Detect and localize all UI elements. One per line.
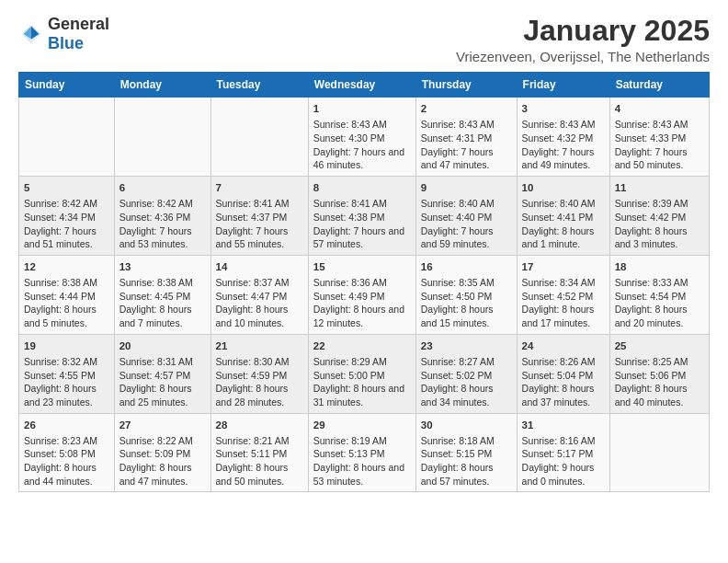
day-info: Daylight: 8 hours and 5 minutes. [24, 303, 109, 329]
day-info: Daylight: 7 hours and 55 minutes. [216, 224, 303, 251]
calendar-cell: 24Sunrise: 8:26 AMSunset: 5:04 PMDayligh… [517, 334, 609, 413]
day-number: 3 [522, 101, 605, 116]
calendar-cell: 15Sunrise: 8:36 AMSunset: 4:49 PMDayligh… [308, 255, 415, 334]
calendar-cell: 17Sunrise: 8:34 AMSunset: 4:52 PMDayligh… [517, 255, 609, 334]
calendar-week-5: 26Sunrise: 8:23 AMSunset: 5:08 PMDayligh… [19, 413, 710, 492]
calendar-table: Sunday Monday Tuesday Wednesday Thursday… [18, 72, 710, 492]
day-info: Sunrise: 8:27 AM [421, 355, 512, 369]
calendar-cell: 22Sunrise: 8:29 AMSunset: 5:00 PMDayligh… [308, 334, 415, 413]
logo-text: General Blue [48, 15, 109, 53]
day-number: 26 [24, 418, 109, 432]
day-info: Sunrise: 8:38 AM [119, 276, 206, 290]
day-info: Daylight: 8 hours and 57 minutes. [421, 461, 512, 488]
header-tuesday: Tuesday [210, 73, 308, 98]
calendar-cell: 11Sunrise: 8:39 AMSunset: 4:42 PMDayligh… [609, 177, 709, 256]
day-info: Daylight: 7 hours and 46 minutes. [313, 145, 411, 172]
day-number: 12 [24, 259, 109, 274]
day-info: Daylight: 7 hours and 50 minutes. [615, 145, 704, 172]
calendar-cell: 19Sunrise: 8:32 AMSunset: 4:55 PMDayligh… [19, 334, 115, 413]
day-number: 11 [615, 180, 704, 195]
calendar-cell: 25Sunrise: 8:25 AMSunset: 5:06 PMDayligh… [609, 334, 709, 413]
day-info: Daylight: 8 hours and 37 minutes. [522, 382, 605, 408]
logo-icon [18, 21, 44, 47]
calendar-cell: 27Sunrise: 8:22 AMSunset: 5:09 PMDayligh… [114, 413, 210, 492]
day-info: Sunrise: 8:16 AM [522, 434, 605, 448]
day-info: Daylight: 8 hours and 50 minutes. [216, 461, 303, 488]
day-info: Sunrise: 8:31 AM [119, 355, 206, 369]
day-info: Daylight: 8 hours and 40 minutes. [615, 382, 704, 408]
day-number: 31 [522, 418, 605, 432]
calendar-cell [609, 413, 709, 492]
calendar-cell: 18Sunrise: 8:33 AMSunset: 4:54 PMDayligh… [609, 255, 709, 334]
day-info: Sunrise: 8:18 AM [421, 434, 512, 448]
day-number: 14 [216, 259, 303, 274]
day-info: Sunset: 4:34 PM [24, 211, 109, 224]
day-info: Daylight: 8 hours and 17 minutes. [522, 303, 605, 329]
header-sunday: Sunday [19, 73, 115, 98]
day-info: Daylight: 8 hours and 28 minutes. [216, 382, 303, 408]
calendar-cell [19, 98, 115, 177]
day-info: Sunset: 5:17 PM [522, 447, 605, 461]
calendar-cell: 30Sunrise: 8:18 AMSunset: 5:15 PMDayligh… [415, 413, 517, 492]
title-block: January 2025 Vriezenveen, Overijssel, Th… [456, 15, 710, 64]
day-info: Sunrise: 8:22 AM [119, 434, 206, 448]
calendar-week-1: 1Sunrise: 8:43 AMSunset: 4:30 PMDaylight… [19, 98, 710, 177]
day-number: 6 [119, 180, 206, 195]
day-info: Sunset: 4:50 PM [421, 290, 512, 304]
calendar-cell: 4Sunrise: 8:43 AMSunset: 4:33 PMDaylight… [609, 98, 709, 177]
calendar-cell: 2Sunrise: 8:43 AMSunset: 4:31 PMDaylight… [415, 98, 517, 177]
day-info: Sunset: 4:40 PM [421, 211, 512, 224]
day-info: Daylight: 8 hours and 25 minutes. [119, 382, 206, 408]
day-number: 1 [313, 101, 411, 116]
calendar-cell: 12Sunrise: 8:38 AMSunset: 4:44 PMDayligh… [19, 255, 115, 334]
day-number: 8 [313, 180, 411, 195]
day-number: 7 [216, 180, 303, 195]
calendar-cell: 10Sunrise: 8:40 AMSunset: 4:41 PMDayligh… [517, 177, 609, 256]
day-info: Sunrise: 8:43 AM [615, 118, 704, 132]
day-info: Sunset: 4:49 PM [313, 290, 411, 304]
day-info: Sunset: 5:11 PM [216, 447, 303, 461]
day-number: 4 [615, 101, 704, 116]
day-info: Sunset: 4:38 PM [313, 211, 411, 224]
day-info: Sunrise: 8:30 AM [216, 355, 303, 369]
day-info: Sunrise: 8:42 AM [24, 197, 109, 211]
day-info: Daylight: 8 hours and 12 minutes. [313, 303, 411, 329]
calendar-cell: 1Sunrise: 8:43 AMSunset: 4:30 PMDaylight… [308, 98, 415, 177]
day-info: Sunrise: 8:38 AM [24, 276, 109, 290]
day-info: Sunrise: 8:41 AM [313, 197, 411, 211]
day-info: Sunrise: 8:40 AM [421, 197, 512, 211]
calendar-cell: 6Sunrise: 8:42 AMSunset: 4:36 PMDaylight… [114, 177, 210, 256]
day-info: Daylight: 7 hours and 49 minutes. [522, 145, 605, 172]
day-info: Daylight: 8 hours and 47 minutes. [119, 461, 206, 488]
calendar-cell [210, 98, 308, 177]
day-info: Sunrise: 8:21 AM [216, 434, 303, 448]
calendar-cell: 20Sunrise: 8:31 AMSunset: 4:57 PMDayligh… [114, 334, 210, 413]
day-info: Daylight: 8 hours and 7 minutes. [119, 303, 206, 329]
calendar-cell: 9Sunrise: 8:40 AMSunset: 4:40 PMDaylight… [415, 177, 517, 256]
day-info: Sunrise: 8:39 AM [615, 197, 704, 211]
day-info: Sunrise: 8:23 AM [24, 434, 109, 448]
day-info: Sunrise: 8:32 AM [24, 355, 109, 369]
day-info: Sunset: 4:42 PM [615, 211, 704, 224]
calendar-cell: 31Sunrise: 8:16 AMSunset: 5:17 PMDayligh… [517, 413, 609, 492]
day-number: 2 [421, 101, 512, 116]
day-info: Sunset: 5:00 PM [313, 369, 411, 383]
day-info: Sunrise: 8:42 AM [119, 197, 206, 211]
day-info: Sunrise: 8:43 AM [313, 118, 411, 132]
day-info: Sunset: 5:06 PM [615, 369, 704, 383]
day-number: 13 [119, 259, 206, 274]
day-info: Sunset: 4:47 PM [216, 290, 303, 304]
day-info: Sunset: 4:33 PM [615, 132, 704, 145]
header-row: Sunday Monday Tuesday Wednesday Thursday… [19, 73, 710, 98]
day-number: 16 [421, 259, 512, 274]
calendar-header: Sunday Monday Tuesday Wednesday Thursday… [19, 73, 710, 98]
day-number: 10 [522, 180, 605, 195]
day-number: 30 [421, 418, 512, 432]
day-number: 23 [421, 339, 512, 353]
day-info: Daylight: 7 hours and 53 minutes. [119, 224, 206, 251]
day-info: Daylight: 8 hours and 10 minutes. [216, 303, 303, 329]
day-info: Sunset: 5:04 PM [522, 369, 605, 383]
day-info: Sunset: 4:32 PM [522, 132, 605, 145]
day-number: 28 [216, 418, 303, 432]
day-number: 17 [522, 259, 605, 274]
